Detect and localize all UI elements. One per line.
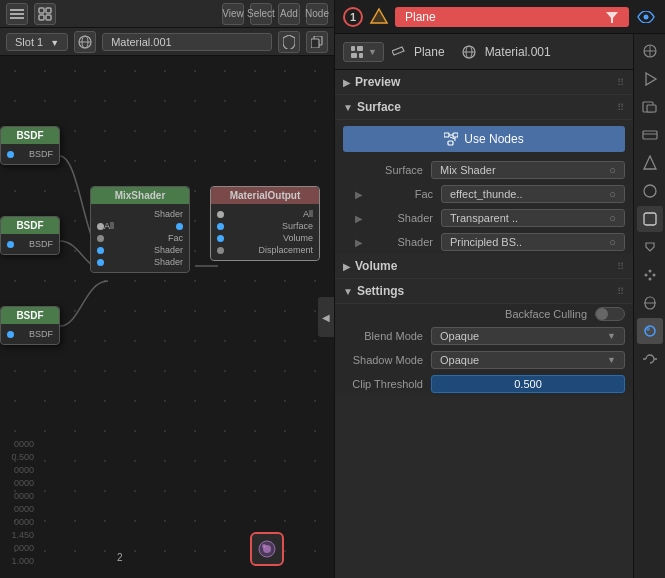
shadow-value: Opaque <box>440 354 479 366</box>
use-nodes-btn[interactable]: Use Nodes <box>343 126 625 152</box>
sidebar-viewlayer-icon[interactable] <box>637 122 663 148</box>
circle-badge-num: 2 <box>117 552 123 563</box>
fac-value-text: effect_thunde.. <box>450 188 523 200</box>
node-canvas[interactable]: BSDF BSDF BSDF BSDF BSDF BSDF MixShader <box>0 56 334 578</box>
blend-dropdown[interactable]: Opaque ▼ <box>431 327 625 345</box>
badge-1: 1 <box>343 7 363 27</box>
fac-circle-icon: ○ <box>609 188 616 200</box>
shader1-value-field[interactable]: Transparent .. ○ <box>441 209 625 227</box>
clip-value: 0.500 <box>514 378 542 390</box>
material-output-header: MaterialOutput <box>211 187 319 204</box>
circle-tool-btn[interactable] <box>250 532 284 566</box>
svg-point-41 <box>644 185 656 197</box>
object-name-btn[interactable]: Plane <box>395 7 629 27</box>
shader1-value-text: Transparent .. <box>450 212 518 224</box>
sidebar-render-icon[interactable] <box>637 66 663 92</box>
svg-point-46 <box>648 278 651 281</box>
output-row-surface: Surface <box>217 220 313 232</box>
svg-rect-20 <box>357 46 363 51</box>
svg-rect-3 <box>39 8 44 13</box>
mix-shader-header: MixShader <box>91 187 189 204</box>
fac-label: Fac <box>373 188 433 200</box>
svg-rect-22 <box>359 53 363 58</box>
shader2-value-field[interactable]: Principled BS.. ○ <box>441 233 625 251</box>
output-row-all: All <box>217 208 313 220</box>
backface-knob <box>596 308 608 320</box>
svg-rect-28 <box>453 133 458 137</box>
visibility-btn[interactable] <box>635 6 657 28</box>
sidebar-particles-icon[interactable] <box>637 262 663 288</box>
view-btn[interactable]: View <box>222 3 244 25</box>
clip-value-field[interactable]: 0.500 <box>431 375 625 393</box>
surface-value-text: Mix Shader <box>440 164 496 176</box>
surface-circle-icon: ○ <box>609 164 616 176</box>
sidebar-output-icon[interactable] <box>637 94 663 120</box>
shadow-chevron: ▼ <box>607 355 616 365</box>
svg-point-14 <box>262 544 266 548</box>
select-btn[interactable]: Select <box>250 3 272 25</box>
prop-top-bar: 1 Plane <box>335 0 665 34</box>
shader1-expand-arrow[interactable]: ▶ <box>355 213 363 224</box>
num-label-0000g: 0000 <box>0 542 38 555</box>
editor-menu-btn[interactable] <box>6 3 28 25</box>
volume-section-header[interactable]: ▶ Volume ⠿ <box>335 254 633 279</box>
node-type-btn[interactable] <box>34 3 56 25</box>
surface-section-header[interactable]: ▼ Surface ⠿ <box>335 95 633 120</box>
sidebar-object-icon[interactable] <box>637 206 663 232</box>
use-nodes-label: Use Nodes <box>464 132 523 146</box>
surface-value-field[interactable]: Mix Shader ○ <box>431 161 625 179</box>
fac-expand-arrow[interactable]: ▶ <box>355 189 363 200</box>
material-output-node[interactable]: MaterialOutput All Surface Volume Displ <box>210 186 320 261</box>
surface-content: Use Nodes Surface Mix Shader ○ ▶ Fac eff… <box>335 126 633 254</box>
sidebar-world-icon[interactable] <box>637 178 663 204</box>
backface-label: Backface Culling <box>505 308 587 320</box>
num-label-1450: 1.450 <box>0 529 38 542</box>
fac-value-field[interactable]: effect_thunde.. ○ <box>441 185 625 203</box>
preview-title: Preview <box>355 75 400 89</box>
settings-content: Backface Culling Blend Mode Opaque ▼ Sha… <box>335 304 633 396</box>
num-label-1000: 1.000 <box>0 555 38 568</box>
sidebar-modifier-icon[interactable] <box>637 234 663 260</box>
preview-arrow: ▶ <box>343 77 351 88</box>
settings-title: Settings <box>357 284 404 298</box>
add-btn[interactable]: Add <box>278 3 300 25</box>
slot-label: Slot 1 <box>15 36 43 48</box>
material-sphere-icon <box>74 31 96 53</box>
backface-toggle[interactable] <box>595 307 625 321</box>
surface-label: Surface <box>343 164 423 176</box>
node-btn[interactable]: Node <box>306 3 328 25</box>
sidebar-material-icon[interactable] <box>637 318 663 344</box>
sidebar-physics-icon[interactable] <box>637 290 663 316</box>
mix-shader-row-shader1: Shader <box>97 244 183 256</box>
slot-dropdown[interactable]: Slot 1 ▼ <box>6 33 68 51</box>
shadow-label: Shadow Mode <box>343 354 423 366</box>
surface-dots: ⠿ <box>617 102 625 113</box>
svg-point-45 <box>652 274 655 277</box>
sidebar-scene-icon[interactable] <box>637 38 663 64</box>
object-name-label: Plane <box>405 10 436 24</box>
mix-shader-node[interactable]: MixShader Shader All Fac Shader <box>90 186 190 273</box>
collapse-arrow[interactable]: ◀ <box>318 297 334 337</box>
num-label-0000c: 0000 <box>0 477 38 490</box>
blend-mode-row: Blend Mode Opaque ▼ <box>335 324 633 348</box>
svg-rect-27 <box>444 133 449 137</box>
shadow-dropdown[interactable]: Opaque ▼ <box>431 351 625 369</box>
clip-label: Clip Threshold <box>343 378 423 390</box>
svg-rect-21 <box>351 53 357 58</box>
plane-icon-header <box>392 45 406 59</box>
surface-arrow: ▼ <box>343 102 353 113</box>
sidebar-sceneprops-icon[interactable] <box>637 150 663 176</box>
svg-marker-36 <box>646 73 656 85</box>
clip-threshold-row: Clip Threshold 0.500 <box>335 372 633 396</box>
svg-point-43 <box>644 274 647 277</box>
settings-section-header[interactable]: ▼ Settings ⠿ <box>335 279 633 304</box>
volume-arrow: ▶ <box>343 261 351 272</box>
mesh-icon <box>369 7 389 27</box>
preview-section-header[interactable]: ▶ Preview ⠿ <box>335 70 633 95</box>
sidebar-constraints-icon[interactable] <box>637 346 663 372</box>
backface-culling-row: Backface Culling <box>335 304 633 324</box>
material-name-field[interactable]: Material.001 <box>102 33 272 51</box>
shader2-expand-arrow[interactable]: ▶ <box>355 237 363 248</box>
svg-marker-17 <box>606 12 618 23</box>
prop-header-dropdown-btn[interactable]: ▼ <box>343 42 384 62</box>
